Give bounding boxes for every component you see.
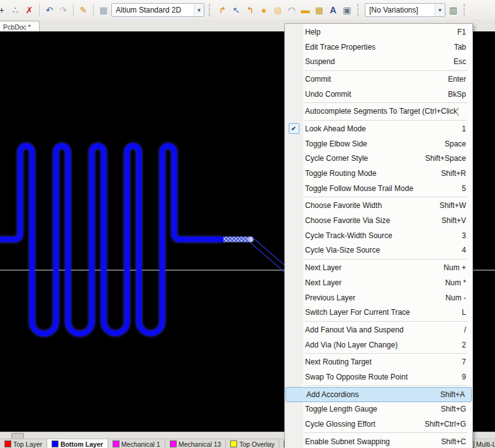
layer-color-swatch	[170, 440, 177, 447]
menu-item-switch-layer-for-current-trace[interactable]: Switch Layer For Current TraceL	[285, 305, 472, 320]
layer-tab-bottom-layer[interactable]: Bottom Layer	[47, 439, 108, 448]
variations-selector[interactable]: [No Variations] ▾	[365, 3, 445, 17]
interactive-routing-icon[interactable]: ↱	[216, 4, 228, 16]
place-pad-icon[interactable]: ●	[258, 4, 270, 16]
menu-item-label: Add Accordions	[304, 390, 433, 399]
chevron-down-icon[interactable]: ▾	[194, 4, 204, 16]
chevron-down-icon[interactable]: ▾	[435, 4, 445, 16]
menu-item-label: Undo Commit	[303, 90, 440, 99]
main-toolbar: + ∴ ✗ ↶ ↷ ✎ ▩ Altium Standard 2D ▾ ↱ ↖ ↰…	[0, 0, 495, 20]
place-component-icon[interactable]: ▣	[341, 4, 353, 16]
menu-item-suspend[interactable]: SuspendEsc	[285, 54, 472, 69]
menu-item-toggle-length-gauge[interactable]: Toggle Length GaugeShift+G	[285, 402, 472, 417]
menu-item-shortcut: Shift+A	[440, 390, 465, 399]
routing-cursor-end	[248, 236, 253, 242]
menu-item-cycle-glossing-effort[interactable]: Cycle Glossing EffortShift+Ctrl+G	[285, 417, 472, 432]
menu-item-shortcut: 4	[462, 246, 466, 254]
undo-icon[interactable]: ↶	[43, 4, 55, 16]
place-string-icon[interactable]: A	[327, 4, 339, 16]
menu-item-next-layer-plus[interactable]: Next LayerNum +	[285, 260, 472, 275]
menu-item-choose-favorite-width[interactable]: Choose Favorite WidthShift+W	[285, 199, 472, 214]
menu-item-shortcut: Num *	[445, 278, 466, 287]
menu-item-choose-favorite-via-size[interactable]: Choose Favorite Via SizeShift+V	[285, 213, 472, 228]
menu-separator	[304, 432, 467, 433]
break-track-icon[interactable]: ∴	[9, 4, 21, 16]
layer-tab-label: Mechanical 1	[121, 440, 160, 448]
view-selector[interactable]: Altium Standard 2D ▾	[111, 3, 204, 17]
menu-item-shortcut: 7	[462, 358, 466, 366]
layer-tab-mechanical-1[interactable]: Mechanical 1	[108, 439, 165, 448]
delete-icon[interactable]: ✗	[23, 4, 35, 16]
menu-item-help[interactable]: HelpF1	[285, 25, 472, 40]
menu-item-shortcut: Shift+V	[442, 216, 466, 225]
footprint-icon[interactable]: ▩	[97, 4, 109, 16]
menu-item-label: Look Ahead Mode	[303, 124, 454, 133]
menu-item-cycle-via-size-source[interactable]: Cycle Via-Size Source4	[285, 243, 472, 258]
active-routing-segment	[223, 237, 250, 243]
menu-item-shortcut: 1	[462, 124, 466, 133]
menu-item-toggle-elbow-side[interactable]: Toggle Elbow SideSpace	[285, 136, 472, 151]
paste-array-icon[interactable]: ▦	[313, 4, 325, 16]
menu-item-add-fanout-via-and-suspend[interactable]: Add Fanout Via and Suspend/	[285, 322, 472, 337]
menu-separator	[304, 120, 467, 121]
menu-item-label: Toggle Length Gauge	[303, 405, 433, 413]
menu-separator	[304, 353, 467, 354]
place-arc-icon[interactable]: ◠	[286, 4, 298, 16]
menu-item-label: Toggle Follow Mouse Trail Mode	[303, 184, 454, 193]
menu-item-label: Cycle Via-Size Source	[303, 246, 454, 254]
variant-icon[interactable]: ▥	[447, 4, 459, 16]
layer-tab-top-overlay[interactable]: Top Overlay	[226, 439, 279, 448]
menu-item-label: Add Fanout Via and Suspend	[303, 325, 457, 334]
menu-item-label: Commit	[303, 75, 440, 84]
redo-icon[interactable]: ↷	[57, 4, 69, 16]
menu-item-shortcut: /	[464, 325, 466, 334]
menu-item-edit-trace-properties[interactable]: Edit Trace PropertiesTab	[285, 40, 472, 55]
toolbar-separator	[73, 4, 74, 16]
menu-item-undo-commit[interactable]: Undo CommitBkSp	[285, 87, 472, 102]
menu-item-next-routing-target[interactable]: Next Routing Target7	[285, 354, 472, 369]
view-selector-value: Altium Standard 2D	[112, 6, 185, 14]
menu-item-toggle-follow-mouse-trail-mode[interactable]: Toggle Follow Mouse Trail Mode5	[285, 181, 472, 196]
bottom-layer-trace	[0, 146, 223, 334]
place-via-icon[interactable]: ◎	[272, 4, 284, 16]
crosshair-icon[interactable]: +	[0, 4, 8, 16]
document-tab-pcbdoc[interactable]: PcbDoc *	[0, 21, 40, 32]
variations-selector-value: [No Variations]	[365, 6, 422, 14]
menu-item-shortcut: F1	[457, 28, 466, 36]
menu-item-shortcut: 5	[462, 184, 466, 193]
menu-item-shortcut: 9	[462, 373, 466, 381]
route-pointer-icon[interactable]: ↖	[230, 4, 242, 16]
toolbar-separator	[39, 4, 40, 16]
menu-item-shortcut: Space	[445, 139, 466, 148]
menu-separator	[304, 197, 467, 197]
menu-separator	[304, 321, 467, 322]
menu-item-cycle-corner-style[interactable]: Cycle Corner StyleShift+Space	[285, 151, 472, 167]
menu-item-next-layer-star[interactable]: Next LayerNum *	[285, 275, 472, 290]
toolbar-grip	[464, 4, 467, 16]
annotate-pencil-icon[interactable]: ✎	[77, 4, 89, 16]
differential-pair-icon[interactable]: ↰	[244, 4, 256, 16]
layer-color-swatch	[230, 440, 237, 447]
layer-tab-mechanical-13[interactable]: Mechanical 13	[165, 439, 226, 448]
toolbar-grip	[209, 4, 212, 16]
menu-item-cycle-track-width-source[interactable]: Cycle Track-Width Source3	[285, 228, 472, 243]
menu-item-label: Choose Favorite Width	[303, 201, 432, 210]
place-fill-icon[interactable]: ▬	[299, 4, 311, 16]
menu-item-toggle-routing-mode[interactable]: Toggle Routing ModeShift+R	[285, 166, 472, 181]
menu-item-add-via-no-layer-change[interactable]: Add Via (No Layer Change)2	[285, 337, 472, 352]
menu-separator	[304, 259, 467, 260]
menu-item-add-accordions[interactable]: Add AccordionsShift+A	[286, 387, 472, 402]
menu-item-label: Switch Layer For Current Trace	[303, 308, 454, 317]
menu-item-shortcut: Tab	[454, 43, 466, 52]
layer-tab-top-layer[interactable]: Top Layer	[0, 439, 47, 448]
menu-item-shortcut: L	[462, 308, 466, 317]
menu-item-shortcut: Enter	[448, 75, 466, 84]
menu-item-look-ahead-mode[interactable]: ✔Look Ahead Mode1	[285, 121, 472, 136]
menu-item-commit[interactable]: CommitEnter	[285, 72, 472, 87]
menu-item-enable-subnet-swapping[interactable]: Enable Subnet SwappingShift+C	[285, 434, 472, 448]
menu-item-swap-to-opposite-route-point[interactable]: Swap To Opposite Route Point9	[285, 369, 472, 385]
menu-item-autocomplete-segments[interactable]: Autocomplete Segments To Target (Ctrl+Cl…	[285, 104, 472, 119]
menu-separator	[304, 102, 467, 103]
menu-item-shortcut: Shift+R	[441, 169, 466, 178]
menu-item-previous-layer[interactable]: Previous LayerNum -	[285, 290, 472, 305]
